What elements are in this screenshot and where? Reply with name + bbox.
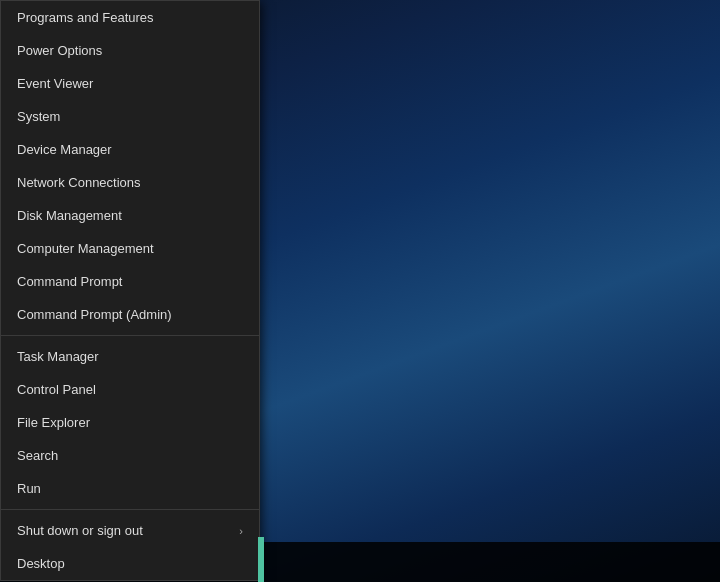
menu-item-label-disk-management: Disk Management (17, 208, 122, 223)
context-menu: Programs and FeaturesPower OptionsEvent … (0, 0, 260, 581)
menu-item-label-network-connections: Network Connections (17, 175, 141, 190)
menu-item-label-event-viewer: Event Viewer (17, 76, 93, 91)
menu-item-label-shut-down-sign-out: Shut down or sign out (17, 523, 143, 538)
menu-item-shut-down-sign-out[interactable]: Shut down or sign out› (1, 514, 259, 547)
menu-item-label-system: System (17, 109, 60, 124)
menu-item-label-file-explorer: File Explorer (17, 415, 90, 430)
menu-item-computer-management[interactable]: Computer Management (1, 232, 259, 265)
menu-item-disk-management[interactable]: Disk Management (1, 199, 259, 232)
menu-item-label-run: Run (17, 481, 41, 496)
menu-item-label-desktop: Desktop (17, 556, 65, 571)
menu-item-programs-features[interactable]: Programs and Features (1, 1, 259, 34)
menu-item-network-connections[interactable]: Network Connections (1, 166, 259, 199)
menu-item-file-explorer[interactable]: File Explorer (1, 406, 259, 439)
menu-item-command-prompt[interactable]: Command Prompt (1, 265, 259, 298)
menu-item-label-command-prompt-admin: Command Prompt (Admin) (17, 307, 172, 322)
menu-item-power-options[interactable]: Power Options (1, 34, 259, 67)
submenu-chevron-icon: › (239, 525, 243, 537)
menu-item-search[interactable]: Search (1, 439, 259, 472)
menu-item-event-viewer[interactable]: Event Viewer (1, 67, 259, 100)
menu-item-run[interactable]: Run (1, 472, 259, 505)
menu-item-label-task-manager: Task Manager (17, 349, 99, 364)
menu-item-task-manager[interactable]: Task Manager (1, 340, 259, 373)
menu-item-command-prompt-admin[interactable]: Command Prompt (Admin) (1, 298, 259, 331)
menu-item-control-panel[interactable]: Control Panel (1, 373, 259, 406)
menu-separator (1, 335, 259, 336)
menu-item-system[interactable]: System (1, 100, 259, 133)
menu-item-label-search: Search (17, 448, 58, 463)
menu-item-device-manager[interactable]: Device Manager (1, 133, 259, 166)
menu-item-label-power-options: Power Options (17, 43, 102, 58)
menu-item-label-programs-features: Programs and Features (17, 10, 154, 25)
menu-item-label-control-panel: Control Panel (17, 382, 96, 397)
menu-item-label-device-manager: Device Manager (17, 142, 112, 157)
menu-separator (1, 509, 259, 510)
taskbar-indicator (258, 537, 264, 582)
menu-item-desktop[interactable]: Desktop (1, 547, 259, 580)
menu-item-label-command-prompt: Command Prompt (17, 274, 122, 289)
menu-item-label-computer-management: Computer Management (17, 241, 154, 256)
